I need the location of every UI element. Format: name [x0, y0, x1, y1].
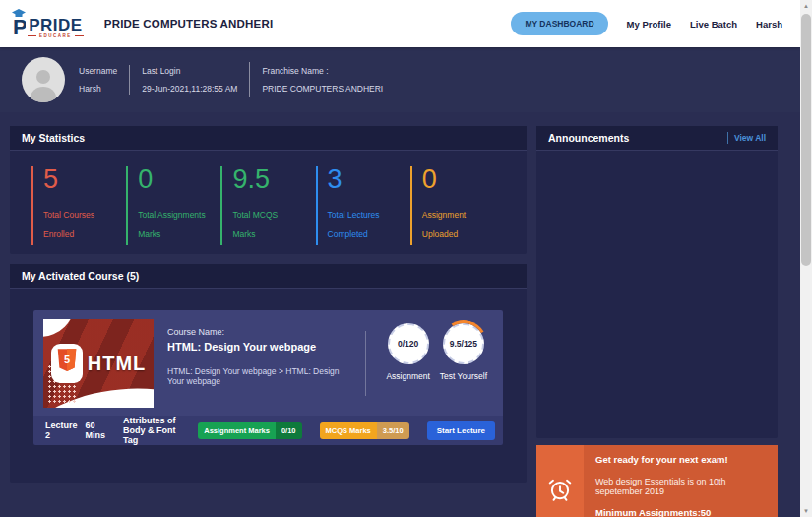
- start-lecture-button[interactable]: Start Lecture: [427, 421, 495, 440]
- scrollbar-thumb[interactable]: [801, 14, 811, 266]
- thumb-html-label: HTML: [88, 353, 147, 375]
- stat-value: 5: [43, 166, 126, 193]
- view-all-divider: [727, 132, 728, 144]
- stat-total-lectures: 3 Total Lectures Completed: [316, 166, 410, 245]
- alarm-clock-icon: [547, 477, 573, 502]
- course-divider: [365, 331, 366, 396]
- statistics-card: My Statistics 5 Total Courses Enrolled 0…: [10, 126, 527, 254]
- activated-course-title: My Activated Course (5): [22, 270, 139, 282]
- statistics-header: My Statistics: [10, 126, 527, 151]
- assignment-score-col: 0/120 Assignment: [386, 323, 429, 408]
- last-login-label: Last Login: [142, 67, 237, 76]
- stat-value: 0: [138, 166, 220, 193]
- mcqs-marks-badge: MCQS Marks 3.5/10: [320, 422, 409, 439]
- username-field: Username Harsh: [79, 67, 117, 93]
- course-item: 5 HTML Course Name: HTML: Design Your we…: [33, 310, 503, 445]
- nav-my-profile[interactable]: My Profile: [627, 19, 671, 30]
- scroll-up-arrow[interactable]: ▲: [800, 0, 812, 12]
- person-icon: [24, 63, 63, 102]
- logo-dash-left: [28, 35, 36, 36]
- course-thumbnail[interactable]: 5 HTML: [43, 319, 154, 408]
- view-all-link[interactable]: View All: [734, 133, 766, 143]
- franchise-value: PRIDE COMPUTERS ANDHERI: [262, 85, 383, 94]
- announcements-card: Announcements View All: [536, 126, 778, 438]
- stat-value: 0: [422, 166, 505, 193]
- stat-value: 9.5: [232, 166, 315, 193]
- test-caption: Test Yourself: [440, 371, 487, 381]
- stat-assignment-uploaded: 0 Assignment Uploaded: [410, 166, 505, 245]
- app-header: P PRIDE EDUCARE PRIDE COMPUTERS ANDHERI …: [0, 0, 800, 47]
- course-breadcrumb: HTML: Design Your webpage > HTML: Design…: [167, 366, 351, 386]
- nav-user-harsh[interactable]: Harsh: [756, 19, 782, 30]
- course-name-label: Course Name:: [167, 327, 351, 337]
- nav-my-dashboard[interactable]: MY DASHBOARD: [511, 12, 607, 35]
- stat-total-assignments: 0 Total Assignments Marks: [126, 166, 220, 245]
- assignment-marks-badge: Assignment Marks 0/10: [198, 422, 301, 439]
- assignment-score-circle: 0/120: [388, 323, 429, 364]
- header-left: P PRIDE EDUCARE PRIDE COMPUTERS ANDHERI: [12, 9, 273, 38]
- lecture-topic: Attributes of Body & Font Tag: [123, 416, 190, 445]
- stat-label: Total MCQS Marks: [232, 205, 315, 245]
- html5-shield-icon: 5: [51, 344, 83, 383]
- course-name: HTML: Design Your webpage: [167, 341, 351, 353]
- exam-notice-title: Get ready for your next exam!: [595, 454, 766, 465]
- avatar: [22, 57, 65, 102]
- logo-subtitle: EDUCARE: [28, 34, 84, 39]
- statistics-body: 5 Total Courses Enrolled 0 Total Assignm…: [10, 151, 527, 255]
- userbar-divider: [249, 62, 250, 97]
- last-login-field: Last Login 29-Jun-2021,11:28:55 AM: [142, 67, 237, 93]
- lecture-duration: 60 Mins: [86, 420, 115, 440]
- view-all-wrap: View All: [727, 132, 766, 144]
- header-divider: [94, 11, 94, 36]
- logo-text: PRIDE EDUCARE: [28, 17, 84, 39]
- username-label: Username: [79, 67, 117, 76]
- stat-total-mcqs: 9.5 Total MCQS Marks: [220, 166, 315, 245]
- logo-brand: PRIDE: [29, 17, 82, 33]
- progress-arc: [435, 315, 492, 372]
- stat-label: Total Courses Enrolled: [43, 205, 126, 245]
- userbar-divider: [129, 65, 130, 95]
- test-score-col: 9.5/125 Test Yourself: [440, 323, 487, 408]
- username-value: Harsh: [79, 85, 117, 94]
- nav-live-batch[interactable]: Live Batch: [690, 19, 737, 30]
- svg-text:5: 5: [64, 354, 70, 365]
- stat-total-courses: 5 Total Courses Enrolled: [31, 166, 126, 245]
- course-main: 5 HTML Course Name: HTML: Design Your we…: [33, 310, 503, 416]
- activated-course-header: My Activated Course (5): [10, 264, 527, 289]
- logo-dash-right: [75, 35, 84, 36]
- exam-notice-icon-block: [536, 445, 584, 517]
- svg-text:P: P: [13, 15, 26, 38]
- exam-notice-body: Get ready for your next exam! Web design…: [584, 445, 778, 517]
- scroll-down-arrow[interactable]: ▼: [800, 505, 812, 517]
- franchise-label: Franchise Name :: [262, 67, 383, 76]
- test-score-circle: 9.5/125: [443, 323, 484, 364]
- score-area: 0/120 Assignment 9.5/125 Test Yourself: [380, 319, 491, 408]
- activated-course-card: My Activated Course (5) 5 HTML: [10, 264, 527, 483]
- stat-label: Assignment Uploaded: [422, 205, 505, 245]
- exam-notice-detail: Web design Essentials is on 10th sepetem…: [595, 477, 766, 496]
- franchise-field: Franchise Name : PRIDE COMPUTERS ANDHERI: [262, 67, 383, 93]
- announcements-title: Announcements: [548, 132, 629, 144]
- stat-label: Total Lectures Completed: [328, 205, 410, 245]
- assignment-caption: Assignment: [386, 371, 429, 381]
- announcements-header: Announcements View All: [536, 126, 778, 151]
- statistics-title: My Statistics: [22, 132, 85, 144]
- stat-label: Total Assignments Marks: [138, 205, 220, 245]
- header-nav: MY DASHBOARD My Profile Live Batch Harsh: [511, 12, 782, 35]
- user-info-bar: Username Harsh Last Login 29-Jun-2021,11…: [0, 47, 800, 112]
- vertical-scrollbar[interactable]: ▲ ▼: [800, 0, 812, 517]
- stat-value: 3: [328, 166, 410, 193]
- pride-logo: P PRIDE EDUCARE: [12, 9, 84, 38]
- graduation-cap-icon: P: [12, 9, 26, 38]
- exam-notice: Get ready for your next exam! Web design…: [536, 445, 778, 517]
- page-title: PRIDE COMPUTERS ANDHERI: [104, 18, 274, 30]
- thumb-content: 5 HTML: [43, 319, 154, 408]
- last-login-value: 29-Jun-2021,11:28:55 AM: [142, 85, 237, 94]
- exam-notice-requirement: Minimum Assignments:50: [595, 507, 766, 517]
- course-info: Course Name: HTML: Design Your webpage H…: [167, 319, 351, 408]
- lecture-row: Lecture 2 60 Mins Attributes of Body & F…: [33, 416, 503, 445]
- lecture-name: Lecture 2: [45, 420, 78, 440]
